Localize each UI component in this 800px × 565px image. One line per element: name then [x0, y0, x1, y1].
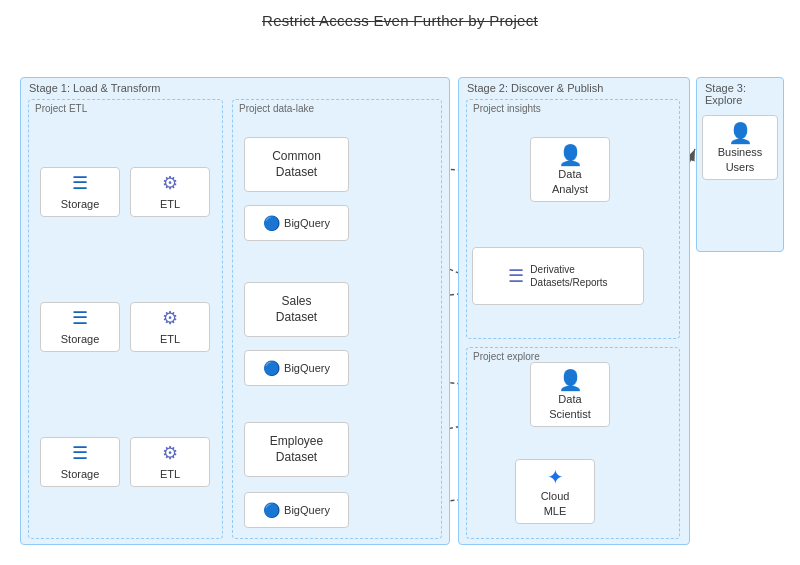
business-users-node: 👤 BusinessUsers — [702, 115, 778, 180]
etl3-icon: ⚙ — [162, 442, 178, 464]
storage2-icon: ☰ — [72, 307, 88, 329]
sales-dataset-label: SalesDataset — [276, 294, 317, 325]
project-datalake-label: Project data-lake — [233, 100, 441, 117]
cloud-mle-icon: ✦ — [547, 465, 564, 489]
bigquery3-node: 🔵 BigQuery — [244, 492, 349, 528]
bigquery1-node: 🔵 BigQuery — [244, 205, 349, 241]
etl2-node: ⚙ ETL — [130, 302, 210, 352]
etl1-node: ⚙ ETL — [130, 167, 210, 217]
storage3-node: ☰ Storage — [40, 437, 120, 487]
data-scientist-icon: 👤 — [558, 368, 583, 392]
storage2-node: ☰ Storage — [40, 302, 120, 352]
main-title: Restrict Access Even Further by Project — [0, 0, 800, 37]
storage1-label: Storage — [61, 197, 100, 211]
etl1-label: ETL — [160, 197, 180, 211]
cloud-mle-label: CloudMLE — [541, 489, 570, 518]
bigquery2-icon: 🔵 — [263, 360, 280, 376]
derivative-label: DerivativeDatasets/Reports — [530, 263, 607, 289]
common-dataset-label: CommonDataset — [272, 149, 321, 180]
bigquery1-icon: 🔵 — [263, 215, 280, 231]
bigquery2-label: BigQuery — [284, 361, 330, 375]
data-scientist-node: 👤 DataScientist — [530, 362, 610, 427]
stage3-label: Stage 3: Explore — [697, 78, 783, 110]
data-analyst-icon: 👤 — [558, 143, 583, 167]
data-analyst-label: DataAnalyst — [552, 167, 588, 196]
etl2-label: ETL — [160, 332, 180, 346]
etl3-label: ETL — [160, 467, 180, 481]
storage1-icon: ☰ — [72, 172, 88, 194]
diagram-area: Stage 1: Load & Transform Stage 2: Disco… — [10, 37, 790, 547]
stage2-label: Stage 2: Discover & Publish — [459, 78, 689, 98]
sales-dataset-node: SalesDataset — [244, 282, 349, 337]
business-users-label: BusinessUsers — [718, 145, 763, 174]
employee-dataset-label: EmployeeDataset — [270, 434, 323, 465]
storage1-node: ☰ Storage — [40, 167, 120, 217]
storage3-label: Storage — [61, 467, 100, 481]
bigquery3-label: BigQuery — [284, 503, 330, 517]
storage3-icon: ☰ — [72, 442, 88, 464]
project-etl-label: Project ETL — [29, 100, 222, 117]
derivative-icon: ☰ — [508, 265, 524, 287]
employee-dataset-node: EmployeeDataset — [244, 422, 349, 477]
stage1-label: Stage 1: Load & Transform — [21, 78, 449, 98]
bigquery1-label: BigQuery — [284, 216, 330, 230]
etl2-icon: ⚙ — [162, 307, 178, 329]
business-users-icon: 👤 — [728, 121, 753, 145]
bigquery3-icon: 🔵 — [263, 502, 280, 518]
common-dataset-node: CommonDataset — [244, 137, 349, 192]
project-insights-label: Project insights — [467, 100, 679, 117]
etl1-icon: ⚙ — [162, 172, 178, 194]
data-scientist-label: DataScientist — [549, 392, 591, 421]
bigquery2-node: 🔵 BigQuery — [244, 350, 349, 386]
cloud-mle-node: ✦ CloudMLE — [515, 459, 595, 524]
etl3-node: ⚙ ETL — [130, 437, 210, 487]
storage2-label: Storage — [61, 332, 100, 346]
derivative-node: ☰ DerivativeDatasets/Reports — [472, 247, 644, 305]
data-analyst-node: 👤 DataAnalyst — [530, 137, 610, 202]
